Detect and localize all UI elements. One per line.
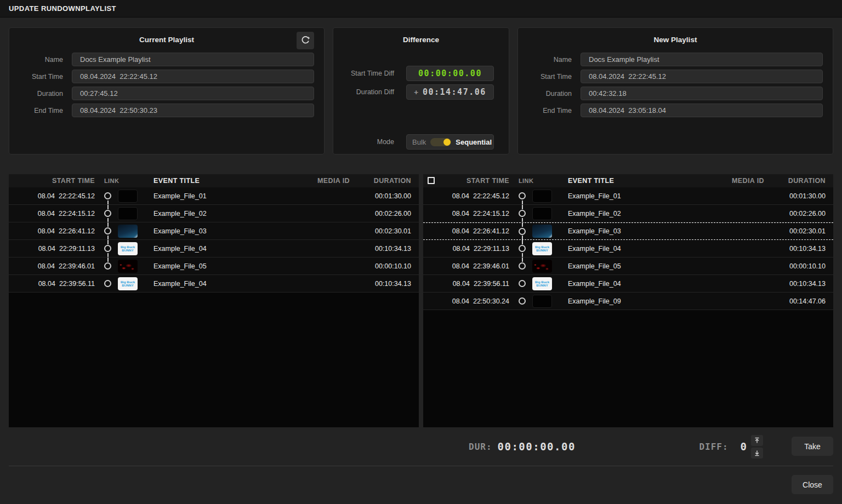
new-start-time-value: 08.04.2024 22:22:45.12: [581, 70, 823, 83]
event-duration: 00:10:34.13: [350, 245, 419, 253]
current-start-time-value: 08.04.2024 22:22:45.12: [72, 70, 314, 83]
event-title: Example_File_03: [153, 227, 300, 235]
playlist-row[interactable]: 08.04 22:24:15.12Example_File_0200:02:26…: [423, 205, 833, 222]
event-duration: 00:02:30.01: [764, 227, 833, 235]
column-header-event-title: EVENT TITLE: [568, 177, 715, 185]
difference-panel: Difference Start Time Diff 00:00:00.00 D…: [333, 27, 509, 154]
thumbnail-logo-text: BUNNY: [122, 249, 133, 252]
mode-option-bulk[interactable]: Bulk: [412, 138, 426, 146]
new-playlist-fields: NameDocs Example PlaylistStart Time08.04…: [518, 51, 833, 119]
playlist-row[interactable]: 08.04 22:26:41.12Example_File_0300:02:30…: [9, 222, 419, 240]
mode-toggle[interactable]: Bulk Sequential: [406, 134, 494, 150]
thumbnail-logo: Big BuckBUNNY: [532, 277, 552, 290]
event-title: Example_File_03: [568, 227, 715, 235]
column-header-link: LINK: [95, 174, 153, 187]
move-to-bottom-button[interactable]: [751, 448, 763, 459]
event-duration: 00:10:34.13: [764, 245, 833, 253]
current-playlist-title: Current Playlist: [139, 36, 194, 44]
event-title: Example_File_02: [568, 210, 715, 217]
new-duration-label: Duration: [527, 90, 572, 98]
move-to-top-icon: [754, 437, 760, 444]
playlist-row[interactable]: 08.04 22:22:45.12Example_File_0100:01:30…: [423, 187, 833, 205]
close-button[interactable]: Close: [792, 475, 833, 494]
playlist-row[interactable]: 08.04 22:26:41.12Example_File_0300:02:30…: [423, 222, 833, 240]
current-name-row: NameDocs Example Playlist: [18, 53, 314, 66]
link-cell: Big BuckBUNNY: [509, 275, 568, 292]
playlist-row[interactable]: 08.04 22:50:30.24Example_File_0900:14:47…: [423, 293, 833, 310]
link-node-icon[interactable]: [519, 210, 526, 217]
column-header-event-title: EVENT TITLE: [153, 177, 300, 185]
link-cell: [95, 205, 153, 222]
playlist-row[interactable]: 08.04 22:29:11.13Big BuckBUNNYExample_Fi…: [423, 240, 833, 257]
take-button[interactable]: Take: [792, 437, 833, 456]
link-node-icon[interactable]: [519, 245, 526, 252]
event-title: Example_File_01: [568, 192, 715, 200]
link-node-icon[interactable]: [104, 210, 111, 217]
mode-switch[interactable]: [430, 138, 451, 146]
link-node-icon[interactable]: [104, 280, 111, 287]
new-end-time-row: End Time08.04.2024 23:05:18.04: [527, 104, 823, 117]
new-name-label: Name: [527, 56, 572, 64]
event-duration: 00:02:26.00: [350, 210, 419, 217]
link-node-icon[interactable]: [519, 262, 526, 270]
playlist-row[interactable]: 08.04 22:22:45.12Example_File_0100:01:30…: [9, 187, 419, 205]
new-playlist-title: New Playlist: [654, 36, 697, 44]
column-header-start-time: START TIME: [423, 177, 509, 185]
start-time-diff-label: Start Time Diff: [342, 70, 394, 77]
event-duration: 00:14:47.06: [764, 297, 833, 305]
new-playlist-header: New Playlist: [518, 28, 833, 51]
thumbnail-black: [532, 207, 552, 220]
link-node-icon[interactable]: [519, 192, 526, 199]
link-node-icon[interactable]: [104, 262, 111, 270]
current-name-value: Docs Example Playlist: [72, 53, 314, 66]
move-to-top-button[interactable]: [751, 435, 763, 446]
link-node-icon[interactable]: [519, 228, 526, 235]
event-duration: 00:00:10.10: [764, 262, 833, 270]
mode-row: Mode Bulk Sequential: [342, 134, 499, 150]
current-start-time-label: Start Time: [18, 73, 63, 81]
event-start-time: 08.04 22:39:46.01: [423, 262, 509, 270]
playlist-row[interactable]: 08.04 22:39:46.01Example_File_0500:00:10…: [423, 257, 833, 275]
current-end-time-label: End Time: [18, 107, 63, 114]
current-end-time-row: End Time08.04.2024 22:50:30.23: [18, 104, 314, 117]
playlist-row[interactable]: 08.04 22:29:11.13Big BuckBUNNYExample_Fi…: [9, 240, 419, 257]
playlist-row[interactable]: 08.04 22:24:15.12Example_File_0200:02:26…: [9, 205, 419, 222]
playlist-row[interactable]: 08.04 22:39:56.11Big BuckBUNNYExample_Fi…: [9, 275, 419, 293]
refresh-button[interactable]: [297, 32, 314, 49]
link-node-icon[interactable]: [104, 192, 111, 199]
select-all-checkbox[interactable]: [428, 177, 435, 184]
playlist-row[interactable]: 08.04 22:39:56.11Big BuckBUNNYExample_Fi…: [423, 275, 833, 293]
event-start-time: 08.04 22:26:41.12: [423, 227, 509, 235]
duration-diff-label: Duration Diff: [342, 88, 394, 96]
link-node-icon[interactable]: [104, 245, 111, 252]
event-title: Example_File_01: [153, 192, 300, 200]
link-cell: [509, 187, 568, 204]
event-start-time: 08.04 22:39:46.01: [9, 262, 95, 270]
current-duration-value: 00:27:45.12: [72, 87, 314, 100]
event-duration: 00:00:10.10: [350, 262, 419, 270]
start-time-diff-row: Start Time Diff 00:00:00.00: [342, 66, 499, 81]
refresh-icon: [301, 36, 310, 45]
thumbnail-red: [118, 260, 138, 273]
link-node-icon[interactable]: [104, 227, 111, 234]
current-table-body: 08.04 22:22:45.12Example_File_0100:01:30…: [9, 187, 419, 427]
event-start-time: 08.04 22:22:45.12: [9, 192, 95, 200]
new-start-time-label: Start Time: [527, 73, 572, 81]
event-title: Example_File_04: [153, 245, 300, 253]
mode-switch-knob: [443, 139, 451, 146]
event-title: Example_File_04: [568, 245, 715, 253]
link-node-icon[interactable]: [519, 297, 526, 305]
event-duration: 00:01:30.00: [350, 192, 419, 200]
new-name-value: Docs Example Playlist: [581, 53, 823, 66]
new-end-time-value: 08.04.2024 23:05:18.04: [581, 104, 823, 117]
mode-option-sequential[interactable]: Sequential: [456, 138, 492, 146]
column-header-link: LINK: [509, 174, 568, 187]
event-start-time: 08.04 22:22:45.12: [423, 192, 509, 200]
link-node-icon[interactable]: [519, 280, 526, 287]
footer-toolbar: DUR: 00:00:00.00 DIFF: 0: [9, 427, 833, 466]
event-start-time: 08.04 22:29:11.13: [423, 245, 509, 253]
playlist-row[interactable]: 08.04 22:39:46.01Example_File_0500:00:10…: [9, 257, 419, 275]
link-cell: [509, 205, 568, 222]
link-cell: Big BuckBUNNY: [509, 240, 568, 257]
column-header-duration: DURATION: [350, 177, 419, 185]
